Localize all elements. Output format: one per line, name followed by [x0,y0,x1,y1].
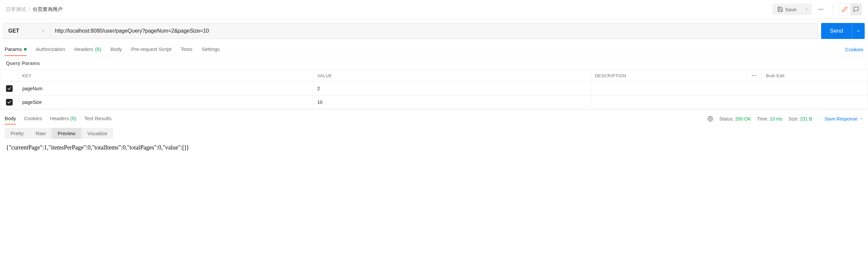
more-column-header[interactable] [747,69,762,82]
chevron-down-icon [856,29,861,33]
svg-point-3 [752,75,753,76]
http-method-select[interactable]: GET [4,23,50,39]
bulk-edit-button[interactable]: Bulk Edit [762,69,868,82]
param-value-cell[interactable]: 2 [313,82,591,95]
tab-headers-label: Headers [74,46,93,52]
response-tab-headers-count: (5) [70,116,76,121]
view-mode-tabs: Pretty Raw Preview Visualize [5,128,113,139]
table-row: pageNum 2 [0,82,868,95]
svg-point-5 [755,75,756,76]
breadcrumb-current: 分页查询用户 [33,6,63,13]
status-meta: Status: 200 OK [719,116,751,121]
more-options-button[interactable] [815,4,827,15]
view-mode-preview[interactable]: Preview [52,128,81,139]
edit-button[interactable] [839,4,850,15]
view-mode-raw[interactable]: Raw [30,128,52,139]
svg-point-1 [820,9,822,10]
save-icon [777,6,783,12]
response-tab-headers[interactable]: Headers (5) [50,113,76,124]
time-meta: Time: 10 ms [757,116,782,121]
tab-settings[interactable]: Settings [202,43,219,56]
param-description-cell[interactable] [591,95,868,109]
save-dropdown-button[interactable] [801,4,812,15]
table-row: pageSize 10 [0,95,868,109]
param-key-cell[interactable]: pageSize [18,95,313,109]
checkbox-column-header [0,69,18,82]
save-response-button[interactable]: Save Response [825,116,863,121]
row-checkbox[interactable] [6,85,13,92]
response-tab-body[interactable]: Body [5,113,16,124]
send-dropdown-button[interactable] [852,23,865,39]
http-method-value: GET [8,28,19,34]
size-label: Size: [788,116,799,121]
size-meta: Size: 231 B [788,116,812,121]
divider [832,4,833,14]
divider [818,116,818,122]
chevron-down-icon [804,7,808,11]
time-value: 10 ms [770,116,782,121]
param-description-cell[interactable] [591,82,868,95]
dots-horizontal-icon [818,6,824,12]
send-button[interactable]: Send [821,23,852,39]
value-column-header: VALUE [313,69,591,82]
tab-params[interactable]: Params [5,43,27,56]
params-active-dot-icon [24,48,27,51]
key-column-header: KEY [18,69,313,82]
view-mode-pretty[interactable]: Pretty [5,128,30,139]
tab-body[interactable]: Body [111,43,122,56]
breadcrumb: 日常测试 / 分页查询用户 [6,6,63,13]
tab-prerequest[interactable]: Pre-request Script [131,43,172,56]
dots-horizontal-icon [751,73,757,78]
save-label: Save [785,7,797,12]
response-body-content: {"currentPage":1,"itemsPerPage":0,"total… [0,142,868,158]
comment-button[interactable] [850,4,862,15]
save-response-label: Save Response [825,116,857,121]
tab-headers[interactable]: Headers (6) [74,43,101,56]
tab-authorization[interactable]: Authorization [36,43,65,56]
query-params-table: KEY VALUE DESCRIPTION Bulk Edit pageNum … [0,69,868,109]
svg-point-2 [822,9,823,10]
breadcrumb-separator: / [29,7,30,12]
svg-point-4 [753,75,754,76]
response-tab-test-results[interactable]: Test Results [84,113,112,124]
response-tab-headers-label: Headers [50,116,69,121]
param-value-cell[interactable]: 10 [313,95,591,109]
chevron-down-icon [41,29,45,33]
size-value: 231 B [800,116,812,121]
status-value: 200 OK [735,116,751,121]
query-params-title: Query Params [0,56,868,69]
pencil-icon [842,6,848,12]
svg-point-0 [818,9,819,10]
tab-params-label: Params [5,46,22,52]
comment-icon [853,6,859,12]
url-input[interactable] [50,23,817,39]
param-key-cell[interactable]: pageNum [18,82,313,95]
cookies-link[interactable]: Cookies [845,47,863,52]
save-button[interactable]: Save [773,4,801,15]
breadcrumb-parent[interactable]: 日常测试 [6,6,26,13]
tab-headers-count: (6) [95,46,101,52]
status-label: Status: [719,116,734,121]
view-mode-visualize[interactable]: Visualize [82,128,114,139]
globe-icon[interactable] [707,116,713,122]
description-column-header: DESCRIPTION [591,69,747,82]
chevron-down-icon [859,117,863,121]
row-checkbox[interactable] [6,99,13,106]
tab-tests[interactable]: Tests [181,43,192,56]
time-label: Time: [757,116,768,121]
response-tab-cookies[interactable]: Cookies [24,113,42,124]
